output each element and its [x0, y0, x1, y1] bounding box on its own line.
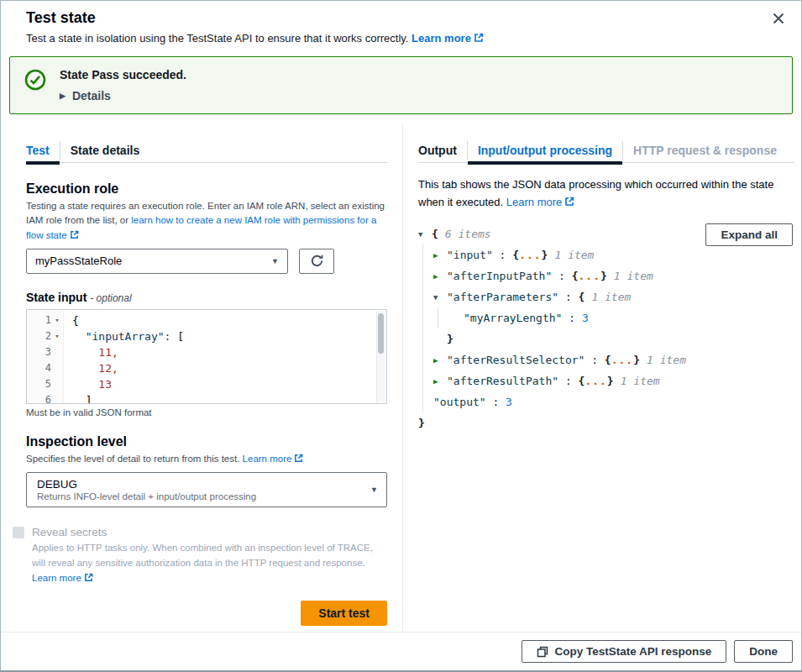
line-number: 2 [33, 328, 51, 344]
separator: : [486, 396, 506, 408]
editor-code[interactable]: { "inputArray": [ 11, 12, 13 ] [64, 310, 386, 403]
inspection-level-heading: Inspection level [26, 434, 387, 449]
brace: { [605, 354, 611, 366]
collapsed-dots: ... [579, 270, 600, 282]
start-test-button[interactable]: Start test [301, 601, 387, 626]
expand-all-button[interactable]: Expand all [705, 223, 793, 246]
code-line: 12, [72, 360, 386, 376]
expand-icon[interactable]: ▶ [433, 266, 442, 287]
reveal-secrets-checkbox [13, 527, 24, 538]
inspection-level-select[interactable]: DEBUG Returns INFO-level detail + input/… [26, 472, 387, 507]
brace: { [572, 270, 579, 282]
fold-icon[interactable]: ▾ [51, 328, 63, 344]
details-label: Details [72, 89, 111, 102]
dialog-subtitle: Test a state in isolation using the Test… [26, 32, 776, 45]
brace: } [542, 249, 548, 261]
tab-output[interactable]: Output [418, 138, 467, 163]
test-state-dialog: Test state Test a state in isolation usi… [0, 0, 802, 672]
separator: : [493, 249, 512, 261]
code-text [72, 346, 98, 359]
gutter-line: 4 [27, 360, 63, 376]
execution-role-select[interactable]: myPassStateRole▼ [26, 249, 288, 274]
state-input-optional: - optional [90, 292, 131, 304]
io-tab-description: This tab shows the JSON data processing … [418, 176, 794, 212]
separator: : [558, 291, 578, 303]
gutter-line: 1▾ [27, 312, 63, 328]
code-line: 13 [72, 376, 386, 392]
io-learn-more-link[interactable]: Learn more [506, 196, 574, 208]
brace: } [418, 417, 425, 429]
reveal-secrets-label: Reveal secrets [32, 526, 107, 538]
refresh-roles-button[interactable] [299, 249, 334, 274]
expand-icon[interactable]: ▶ [433, 245, 442, 266]
tree-row-afterInputPath: ▶"afterInputPath" : {...}1 item [433, 265, 794, 286]
close-icon[interactable] [768, 8, 789, 29]
inspection-level-value: DEBUG [37, 478, 77, 491]
fold-icon[interactable]: ▾ [51, 312, 63, 328]
subtitle-text: Test a state in isolation using the Test… [26, 32, 408, 45]
code-text [72, 330, 86, 343]
inspection-level-description: Specifies the level of detail to return … [26, 452, 387, 466]
state-input-label: State input [26, 291, 86, 304]
tab-io-processing[interactable]: Input/output processing [468, 138, 622, 163]
json-key: "output" [433, 396, 486, 408]
json-key: "afterResultSelector" [447, 354, 584, 366]
separator: : [562, 312, 581, 324]
inspection-level-value-description: Returns INFO-level detail + input/output… [37, 491, 256, 501]
collapse-icon[interactable]: ▼ [433, 287, 442, 308]
reveal-secrets-learn-more-link[interactable]: Learn more [32, 573, 93, 583]
tree-row-input: ▶"input" : {...}1 item [433, 244, 794, 265]
line-number: 4 [33, 360, 51, 376]
tab-state-details-label: State details [71, 144, 139, 157]
editor-scrollbar [376, 311, 385, 402]
code-text [72, 394, 86, 404]
tab-test-label: Test [26, 144, 50, 157]
learn-more-label: Learn more [411, 32, 471, 45]
item-count: 1 item [591, 291, 631, 303]
tab-output-label: Output [418, 144, 457, 157]
main-area: Test State details Execution role Testin… [1, 124, 801, 632]
separator: : [584, 354, 604, 366]
inspection-learn-more-link[interactable]: Learn more [243, 454, 304, 464]
external-link-icon [564, 197, 574, 207]
tab-state-details[interactable]: State details [60, 138, 149, 163]
details-expander[interactable]: ▶Details [60, 89, 186, 102]
code-text: , [112, 362, 118, 375]
chevron-down-icon: ▼ [370, 486, 378, 494]
line-number: 5 [33, 376, 51, 392]
refresh-icon [310, 254, 324, 268]
copy-icon [537, 646, 548, 658]
banner-msg-prefix: State [60, 68, 92, 81]
expand-icon[interactable]: ▶ [433, 371, 442, 392]
editor-gutter: 1▾ 2▾ 3 4 5 6 [27, 310, 64, 403]
tree-row-afterResultSelector: ▶"afterResultSelector" : {...}1 item [433, 349, 794, 370]
brace: } [600, 270, 607, 282]
tree-row-close-brace: } [433, 328, 794, 349]
execution-role-value: myPassStateRole [35, 255, 122, 267]
state-input-editor[interactable]: 1▾ 2▾ 3 4 5 6 { "inputArray": [ 11, 12, … [26, 309, 387, 404]
external-link-icon [474, 33, 484, 43]
header-learn-more-link[interactable]: Learn more [411, 32, 484, 45]
copy-teststate-response-button[interactable]: Copy TestState API response [522, 640, 726, 663]
collapsed-dots: ... [611, 354, 633, 366]
scrollbar-thumb[interactable] [378, 313, 384, 354]
done-button[interactable]: Done [734, 640, 793, 663]
code-text [72, 378, 98, 391]
separator: : [558, 375, 578, 387]
separator: : [552, 270, 571, 282]
code-number: 11 [98, 346, 112, 359]
json-key: "afterResultPath" [447, 375, 558, 387]
item-count: 6 items [445, 228, 491, 240]
collapsed-dots: ... [519, 249, 541, 261]
reveal-secrets-section: Reveal secrets Applies to HTTP tasks onl… [13, 526, 387, 585]
tab-test[interactable]: Test [26, 138, 60, 163]
collapse-icon[interactable]: ▼ [418, 224, 427, 245]
right-panel: Output Input/output processing HTTP requ… [403, 124, 801, 632]
json-value: 3 [506, 396, 512, 408]
success-banner: State Pass succeeded. ▶Details [9, 56, 793, 114]
expand-icon[interactable]: ▶ [433, 350, 442, 371]
json-key: "myArrayLength" [464, 312, 562, 324]
success-check-icon [24, 68, 47, 102]
item-count: 1 item [647, 354, 686, 366]
tab-io-label: Input/output processing [478, 144, 612, 157]
